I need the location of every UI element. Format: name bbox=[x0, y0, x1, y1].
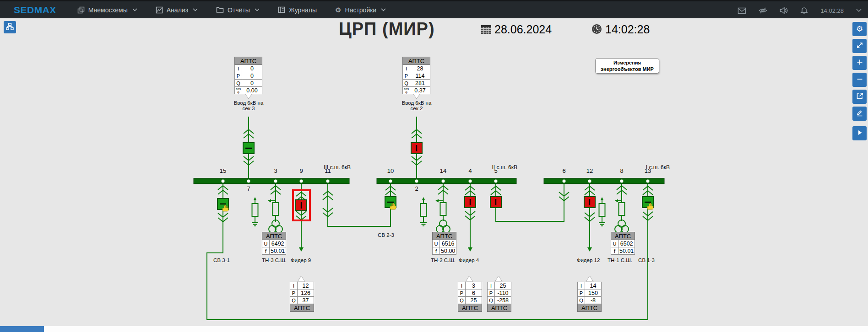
meter-table-feeder-4[interactable]: I3 P6 Q25 АПТС bbox=[458, 282, 482, 312]
menu-label: Журналы bbox=[289, 6, 317, 14]
cell-number: 12 bbox=[581, 167, 598, 174]
value-I: 25 bbox=[495, 282, 511, 289]
busbars bbox=[194, 178, 664, 184]
cell-number: 6 bbox=[556, 167, 572, 174]
key-U: U bbox=[433, 240, 440, 247]
value-I: 3 bbox=[466, 282, 482, 289]
volume-icon[interactable] bbox=[780, 7, 788, 14]
cell-number: 11 bbox=[320, 167, 336, 174]
value-f: 50.00 bbox=[440, 247, 456, 255]
single-line-diagram bbox=[0, 0, 868, 332]
value-f: 50.01 bbox=[618, 247, 635, 255]
cell-number: 9 bbox=[293, 167, 309, 174]
key-cos: cosφ bbox=[403, 87, 410, 94]
breaker-sv-1-3[interactable] bbox=[642, 197, 653, 209]
expand-icon bbox=[856, 42, 863, 50]
menu-reports[interactable]: Отчёты bbox=[216, 6, 260, 14]
voltage-transformer-tn3[interactable] bbox=[269, 220, 282, 233]
value-Q: 25 bbox=[466, 297, 482, 304]
breaker-feeder-9[interactable] bbox=[296, 200, 307, 211]
value-U: 6492 bbox=[270, 240, 286, 247]
meter-table-feeder-12[interactable]: I14 P150 Q-8 АПТС bbox=[577, 282, 602, 312]
bell-icon[interactable] bbox=[800, 7, 808, 15]
key-Q: Q bbox=[458, 297, 466, 304]
diagram-date: 28.06.2024 bbox=[494, 23, 552, 36]
breaker-sv-1-2[interactable] bbox=[490, 197, 501, 208]
key-U: U bbox=[611, 240, 618, 247]
meter-table-vvod-sec2[interactable]: АПТС I28 P114 Q281 cosφ0.37 bbox=[402, 57, 430, 94]
label-sv-3-1: СВ 3-1 bbox=[203, 257, 240, 263]
apts-footer: АПТС bbox=[290, 304, 314, 312]
sedmax-logo[interactable]: SEDMAX bbox=[14, 5, 56, 16]
voltage-transformer-tn1[interactable] bbox=[615, 220, 629, 233]
cell-number: 13 bbox=[640, 167, 656, 174]
breaker-vvod-sec3[interactable] bbox=[243, 143, 254, 154]
key-Q: Q bbox=[578, 297, 585, 304]
value-cos: 0.00 bbox=[242, 87, 262, 94]
breakers bbox=[217, 143, 653, 211]
voltage-transformer-tn2[interactable] bbox=[436, 220, 450, 233]
minus-icon bbox=[856, 75, 863, 84]
cell-number: 8 bbox=[613, 167, 630, 174]
analysis-icon bbox=[156, 6, 163, 14]
pencil-icon bbox=[856, 109, 863, 118]
breaker-sv-2-3[interactable] bbox=[385, 197, 396, 209]
value-Q: 0 bbox=[242, 80, 262, 87]
meter-table-feeder-9[interactable]: I12 P126 Q37 АПТС bbox=[290, 282, 314, 312]
horizontal-scrollbar-track[interactable] bbox=[0, 326, 868, 332]
measurements-button[interactable]: Измерения энергообъектов МИР bbox=[595, 58, 659, 74]
toolbar-zoom-out-button[interactable] bbox=[852, 73, 867, 87]
sitemap-icon bbox=[6, 23, 14, 32]
cell-number: 5 bbox=[488, 167, 504, 174]
cell-number: 10 bbox=[382, 167, 399, 174]
meter-table-tn2[interactable]: АПТС U6516 f50.00 bbox=[432, 232, 456, 255]
key-Q: Q bbox=[290, 297, 298, 304]
breaker-sv-3-1[interactable] bbox=[217, 198, 228, 211]
value-U: 6516 bbox=[440, 240, 456, 247]
value-Q: 281 bbox=[410, 80, 430, 87]
toolbar-play-button[interactable] bbox=[852, 126, 867, 140]
eye-off-icon[interactable] bbox=[759, 7, 767, 14]
diagram-clock: 14:02:28 bbox=[605, 23, 650, 36]
breaker-vvod-sec2[interactable] bbox=[411, 143, 422, 154]
menu-journals[interactable]: Журналы bbox=[278, 6, 317, 14]
clock-icon bbox=[591, 24, 602, 36]
mail-icon[interactable] bbox=[738, 7, 746, 14]
plus-icon bbox=[856, 59, 863, 67]
value-f: 50.01 bbox=[270, 247, 286, 255]
gear-icon: ⚙ bbox=[856, 25, 863, 33]
navbar-clock: 14:02:28 bbox=[820, 7, 844, 14]
key-P: P bbox=[578, 289, 585, 297]
reports-folder-icon bbox=[216, 6, 224, 13]
apts-header: АПТС bbox=[235, 57, 262, 65]
toolbar-fullscreen-button[interactable] bbox=[852, 39, 867, 53]
scheme-tree-button[interactable] bbox=[4, 21, 16, 33]
meter-table-vvod-sec3[interactable]: АПТС I0 P0 Q0 cosφ0.00 bbox=[234, 57, 262, 94]
menu-label: Настройки bbox=[345, 6, 377, 14]
apts-header: АПТС bbox=[611, 232, 635, 240]
meter-table-tn1[interactable]: АПТС U6502 f50.01 bbox=[611, 232, 635, 255]
toolbar-zoom-in-button[interactable] bbox=[852, 56, 867, 70]
apts-footer: АПТС bbox=[578, 304, 602, 312]
menu-mnemoschemes[interactable]: Мнемосхемы bbox=[77, 6, 137, 14]
menu-settings[interactable]: ⚙ Настройки bbox=[335, 6, 386, 14]
label-vvod-sec3: Ввод 6кВ на сек.3 bbox=[228, 100, 269, 111]
key-P: P bbox=[235, 72, 242, 80]
key-f: f bbox=[611, 247, 618, 255]
horizontal-scrollbar-thumb[interactable] bbox=[0, 326, 44, 332]
breaker-feeder-12[interactable] bbox=[584, 197, 595, 208]
menu-analysis[interactable]: Анализ bbox=[156, 6, 198, 14]
user-menu-chevron-icon[interactable] bbox=[856, 9, 862, 12]
meter-table-sv-1-2[interactable]: I25 P-110 Q-258 АПТС bbox=[487, 282, 511, 312]
meter-table-tn3[interactable]: АПТС U6492 f50.01 bbox=[262, 232, 286, 255]
toolbar-settings-button[interactable]: ⚙ bbox=[852, 22, 867, 36]
key-I: I bbox=[488, 282, 495, 289]
value-P: -110 bbox=[495, 289, 511, 297]
toolbar-export-button[interactable] bbox=[852, 90, 867, 104]
key-Q: Q bbox=[235, 80, 242, 87]
key-I: I bbox=[235, 65, 242, 72]
apts-footer: АПТС bbox=[488, 304, 511, 312]
key-P: P bbox=[290, 289, 298, 297]
toolbar-edit-button[interactable] bbox=[852, 107, 867, 121]
breaker-feeder-4[interactable] bbox=[465, 197, 476, 208]
